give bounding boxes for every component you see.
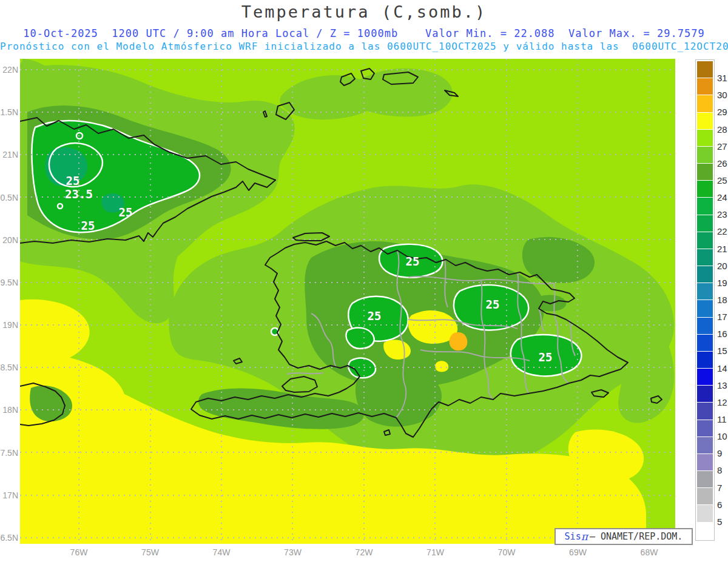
lon-axis-label: 68W <box>641 547 658 557</box>
colorbar-segment <box>697 420 713 437</box>
colorbar-segment <box>697 61 713 78</box>
lon-axis-label: 72W <box>356 547 373 557</box>
colorbar-label: 30 <box>717 90 727 100</box>
lon-axis-label: 69W <box>569 547 587 557</box>
lon-axis-label: 70W <box>498 547 516 557</box>
contour-value-label: 23.5 <box>65 187 93 201</box>
colorbar-label: 17 <box>717 312 727 322</box>
map-svg <box>20 59 675 544</box>
colorbar-segment <box>697 335 713 351</box>
contour-value-label: 25 <box>81 219 95 232</box>
lon-axis-label: 75W <box>141 547 159 557</box>
colorbar-label: 23 <box>717 209 727 219</box>
colorbar-segment <box>697 523 713 539</box>
lat-axis-label: 8.5N <box>0 363 18 372</box>
weather-chart-page: Temperatura (C,somb.) 10-Oct-2025 1200 U… <box>0 0 728 562</box>
colorbar-label: 14 <box>717 363 727 373</box>
colorbar-label: 6 <box>717 499 722 509</box>
contour-value-label: 25 <box>66 174 80 187</box>
lon-axis-label: 71W <box>426 547 444 557</box>
lon-axis-label: 74W <box>213 547 231 557</box>
credit-pi-icon: π <box>581 532 588 542</box>
credit-sis: Sis <box>565 531 581 542</box>
colorbar-segment <box>697 181 713 197</box>
lat-axis-label: 0.5N <box>0 193 18 202</box>
colorbar-label: 31 <box>717 73 727 83</box>
colorbar-segment <box>697 113 713 129</box>
lat-axis-label: 6.5N <box>0 533 18 543</box>
contour-value-label: 25 <box>539 350 553 364</box>
lon-axis-label: 76W <box>70 547 88 557</box>
colorbar-label: 15 <box>717 346 727 356</box>
colorbar-label: 20 <box>717 260 727 270</box>
colorbar-label: 12 <box>717 396 727 407</box>
credit-box: Sisπ– ONAMET/REP.DOM. <box>554 528 693 545</box>
subtitle-model-info: Pronóstico con el Modelo Atmósferico WRF… <box>0 41 728 52</box>
colorbar-label: 19 <box>717 277 727 287</box>
colorbar-segment <box>697 437 713 453</box>
lat-axis-label: 20N <box>0 235 18 245</box>
contour-value-label: 25 <box>368 309 382 323</box>
lat-axis-label: 22N <box>0 65 18 75</box>
colorbar-segment <box>697 283 713 299</box>
colorbar-label: 27 <box>717 141 727 151</box>
lat-axis-label: 18N <box>0 405 18 415</box>
colorbar-segment <box>697 266 713 283</box>
colorbar-label: 26 <box>717 158 727 168</box>
colorbar-label: 7 <box>717 482 722 492</box>
lat-axis-label: 1.5N <box>0 107 18 117</box>
colorbar-segment <box>697 198 713 214</box>
colorbar-segment <box>697 95 713 112</box>
lat-axis-label: 19N <box>0 320 18 330</box>
colorbar-label: 29 <box>717 107 727 117</box>
colorbar-label: 13 <box>717 380 727 390</box>
contour-value-label: 25 <box>119 206 133 219</box>
colorbar-segment <box>697 386 713 402</box>
colorbar-segment <box>697 454 713 470</box>
page-title: Temperatura (C,somb.) <box>0 2 728 21</box>
colorbar-segment <box>697 78 713 95</box>
temperature-map <box>20 59 675 544</box>
colorbar-segment <box>697 164 713 180</box>
lon-axis-label: 73W <box>284 547 302 557</box>
colorbar-segment <box>697 352 713 368</box>
lat-axis-label: 17N <box>0 490 18 500</box>
subtitle-datetime-minmax: 10-Oct-2025 1200 UTC / 9:00 am Hora Loca… <box>0 27 728 39</box>
colorbar-label: 16 <box>717 329 727 339</box>
credit-text: – ONAMET/REP.DOM. <box>590 531 683 542</box>
band-29-30-spot <box>450 332 468 350</box>
colorbar-label: 18 <box>717 294 727 304</box>
contour-value-label: 25 <box>406 255 420 268</box>
colorbar-segment <box>697 403 713 419</box>
colorbar-segment <box>697 147 713 163</box>
lat-axis-label: 7.5N <box>0 448 18 458</box>
colorbar-label: 28 <box>717 124 727 134</box>
colorbar-label: 11 <box>717 413 727 424</box>
colorbar-segment <box>697 369 713 385</box>
colorbar <box>695 59 715 541</box>
colorbar-segment <box>697 505 713 521</box>
colorbar-label: 5 <box>717 516 722 526</box>
lat-axis-label: 9.5N <box>0 278 18 287</box>
colorbar-segment <box>697 318 713 334</box>
colorbar-segment <box>697 488 713 504</box>
colorbar-label: 21 <box>717 243 727 253</box>
contour-value-label: 25 <box>486 298 500 311</box>
colorbar-label: 25 <box>717 175 727 185</box>
colorbar-label: 10 <box>717 431 727 441</box>
colorbar-segment <box>697 471 713 487</box>
colorbar-segment <box>697 130 713 146</box>
colorbar-label: 8 <box>717 465 722 475</box>
colorbar-label: 9 <box>717 448 722 458</box>
lat-axis-label: 21N <box>0 150 18 159</box>
colorbar-label: 22 <box>717 226 727 236</box>
colorbar-label: 24 <box>717 192 727 202</box>
colorbar-segment <box>697 232 713 249</box>
colorbar-segment <box>697 215 713 232</box>
colorbar-segment <box>697 249 713 266</box>
colorbar-segment <box>697 300 713 316</box>
